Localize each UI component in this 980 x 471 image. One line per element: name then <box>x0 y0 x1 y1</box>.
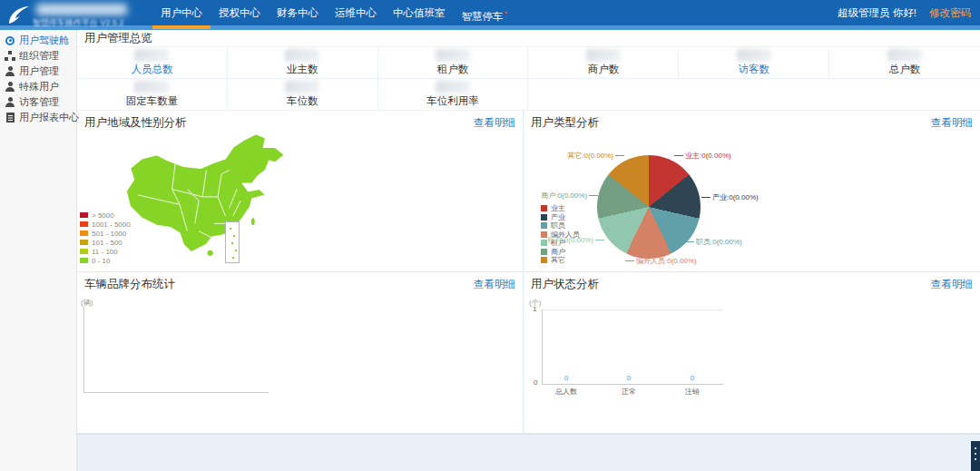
stat-card-parking-space-count: 车位数 <box>228 79 378 111</box>
legend-swatch <box>541 231 547 238</box>
status-x-axis <box>542 384 723 385</box>
stat-label[interactable]: 访客数 <box>738 63 769 76</box>
panel-user-status: 用户状态分析 查看明细 (个) 1 0 0总人数0正常0注销 <box>524 272 980 434</box>
sidebar-item-label: 访客管理 <box>19 95 59 109</box>
vehicle-y-axis <box>83 307 84 392</box>
legend-swatch <box>541 222 547 229</box>
region-gender-detail-link[interactable]: 查看明细 <box>474 116 515 130</box>
sidebar-item-label: 用户管理 <box>19 64 59 78</box>
user-icon <box>5 66 15 77</box>
stat-card-merchant-count: 商户数 <box>528 47 679 79</box>
app-logo: 智慧停车操作平台 V2.5.2 <box>5 1 155 30</box>
logo-subtitle: 智慧停车操作平台 V2.5.2 <box>33 17 124 29</box>
stat-value-redacted <box>285 81 319 93</box>
org-icon <box>5 51 15 62</box>
map-legend-item: 0 - 10 <box>80 256 131 265</box>
stats-overview: 人员总数业主数租户数商户数访客数总户数 固定车数量车位数车位利用率 <box>77 47 980 111</box>
stats-row-1: 人员总数业主数租户数商户数访客数总户数 <box>77 47 980 79</box>
stat-value-redacted <box>436 81 470 93</box>
map-legend-item: 11 - 100 <box>80 247 131 256</box>
new-badge-dot: • <box>505 8 507 17</box>
sidebar-item-user-report-center[interactable]: 用户报表中心 <box>0 110 76 125</box>
user-status-detail-link[interactable]: 查看明细 <box>931 278 973 291</box>
report-icon <box>5 113 15 123</box>
x-axis-category: 总人数 <box>555 387 577 397</box>
vehicle-x-axis <box>83 392 269 393</box>
legend-label: 1001 - 5000 <box>92 221 131 229</box>
stat-label[interactable]: 人员总数 <box>131 63 172 76</box>
legend-swatch <box>80 212 88 218</box>
stat-cell-empty <box>829 79 980 111</box>
sidebar-item-user-management[interactable]: 用户管理 <box>0 64 76 79</box>
legend-swatch <box>541 205 547 211</box>
nav-menu: 用户中心授权中心财务中心运维中心中心值班室智慧停车• <box>152 0 515 25</box>
map-legend-item: 101 - 500 <box>80 238 131 247</box>
stat-label: 车位数 <box>287 94 318 108</box>
legend-swatch <box>541 214 547 221</box>
stat-value-redacted <box>586 49 621 62</box>
stat-label: 商户数 <box>588 63 620 76</box>
panel-region-gender: 用户地域及性别分析 查看明细 > 50001001 - 5000501 - 10… <box>77 111 524 272</box>
special-user-icon <box>5 82 15 93</box>
stats-row-2: 固定车数量车位数车位利用率 <box>77 79 980 111</box>
map-legend: > 50001001 - 5000501 - 1000101 - 50011 -… <box>80 211 131 265</box>
legend-label: 0 - 10 <box>92 257 110 265</box>
nav-tab-ops-center[interactable]: 运维中心 <box>327 0 385 25</box>
nav-tab-duty-room[interactable]: 中心值班室 <box>385 0 454 25</box>
stat-card-tenant-count: 租户数 <box>378 47 529 79</box>
stat-label: 业主数 <box>287 63 318 76</box>
stat-value-redacted <box>285 49 319 62</box>
vehicle-brand-detail-link[interactable]: 查看明细 <box>474 278 515 291</box>
sidebar-item-label: 特殊用户 <box>19 80 59 93</box>
map-legend-item: 501 - 1000 <box>80 229 131 238</box>
panel-user-type-title: 用户类型分析 <box>531 115 599 131</box>
x-axis-category: 注销 <box>685 387 700 397</box>
footer-strip <box>77 434 980 471</box>
sidebar-item-user-dashboard[interactable]: 用户驾驶舱 <box>0 33 76 48</box>
stat-value-redacted <box>737 49 771 62</box>
pie-data-label: 其它:0(0.00%) <box>567 151 624 161</box>
pie-data-label: 业主:0(0.00%) <box>674 151 731 161</box>
pie-data-label: 商户:0(0.00%) <box>541 191 598 201</box>
legend-swatch <box>80 258 88 263</box>
vehicle-y-unit: (辆) <box>81 298 93 308</box>
stat-label: 车位利用率 <box>426 94 479 108</box>
bar-value-label: 0 <box>691 374 694 382</box>
china-map <box>122 131 313 267</box>
sidebar-item-special-users[interactable]: 特殊用户 <box>0 79 76 94</box>
panel-region-gender-title: 用户地域及性别分析 <box>84 115 187 131</box>
stat-value-redacted <box>134 81 169 93</box>
status-y-axis <box>542 309 543 384</box>
nav-tab-user-center[interactable]: 用户中心 <box>152 0 211 25</box>
stat-card-total-personnel: 人员总数 <box>77 47 228 79</box>
legend-label: 11 - 100 <box>92 248 118 256</box>
x-axis-category: 正常 <box>622 387 636 397</box>
south-sea-inset <box>225 221 240 263</box>
user-type-detail-link[interactable]: 查看明细 <box>931 116 973 130</box>
pie-data-label: 编外人员:0(0.00%) <box>625 256 697 266</box>
logo-swoosh-icon <box>7 4 31 27</box>
panel-user-status-title: 用户状态分析 <box>531 277 599 292</box>
stat-cell-empty <box>679 79 829 111</box>
page-title: 用户管理总览 <box>77 30 980 47</box>
user-greeting: 超级管理员 你好! <box>838 6 916 20</box>
legend-swatch <box>541 240 547 246</box>
change-password-link[interactable]: 修改密码 <box>929 6 971 20</box>
status-gridline <box>542 309 723 310</box>
sidebar-item-org-management[interactable]: 组织管理 <box>0 48 76 64</box>
nav-tab-finance-center[interactable]: 财务中心 <box>269 0 327 25</box>
panel-vehicle-brand-title: 车辆品牌分布统计 <box>84 277 175 292</box>
stat-card-fixed-vehicle-count: 固定车数量 <box>77 79 228 111</box>
panel-vehicle-brand: 车辆品牌分布统计 查看明细 (辆) <box>77 272 524 434</box>
nav-tab-smart-parking[interactable]: 智慧停车• <box>454 0 515 25</box>
sidebar-item-visitor-management[interactable]: 访客管理 <box>0 94 76 110</box>
stat-value-redacted <box>436 49 470 62</box>
legend-swatch <box>80 231 88 236</box>
bar-value-label: 0 <box>564 374 568 382</box>
visitor-icon <box>5 97 15 108</box>
stat-label: 固定车数量 <box>126 94 179 108</box>
floating-widget[interactable] <box>971 441 980 471</box>
legend-swatch <box>80 221 88 227</box>
legend-label: 501 - 1000 <box>92 230 126 238</box>
nav-tab-auth-center[interactable]: 授权中心 <box>211 0 269 25</box>
